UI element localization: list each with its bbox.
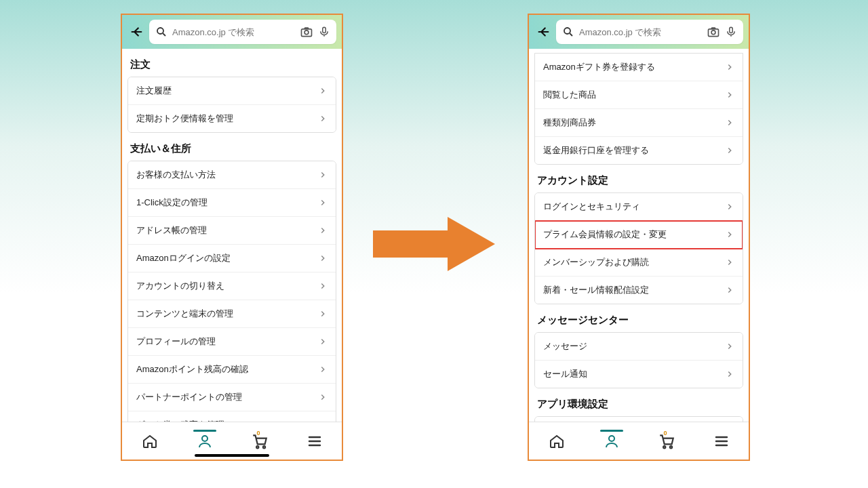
list-item-label: メッセージ: [543, 340, 587, 352]
phone-screen-left: 注文注文履歴定期おトク便情報を管理支払い＆住所お客様の支払い方法1-Click設…: [121, 14, 343, 461]
bottom-nav: 0: [122, 422, 342, 460]
svg-point-4: [202, 436, 208, 441]
list-item[interactable]: パートナーポイントの管理: [128, 384, 336, 411]
phone-screen-right: Amazonギフト券を登録する閲覧した商品種類別商品券返金用銀行口座を管理するア…: [528, 14, 750, 461]
list-group: 注文履歴定期おトク便情報を管理: [127, 77, 336, 133]
list-item[interactable]: セール通知: [535, 361, 743, 388]
bottom-nav: 0: [529, 422, 749, 460]
list-item[interactable]: 種類別商品券: [535, 109, 743, 137]
list-group: Amazonギフト券を登録する閲覧した商品種類別商品券返金用銀行口座を管理する: [534, 53, 743, 165]
list-item[interactable]: 新着・セール情報配信設定: [535, 277, 743, 304]
list-item-label: プライム会員情報の設定・変更: [543, 228, 667, 241]
list-item[interactable]: プライム会員情報の設定・変更: [535, 221, 743, 249]
list-item-label: セール通知: [543, 368, 587, 380]
section-title: アプリ環境設定: [534, 388, 743, 416]
nav-menu[interactable]: [711, 431, 732, 451]
list-item[interactable]: 1-Click設定の管理: [128, 189, 336, 217]
list-item[interactable]: メンバーシップおよび購読: [535, 249, 743, 277]
section-title: メッセージセンター: [534, 304, 743, 332]
section-title: 支払い＆住所: [127, 133, 336, 161]
list-item[interactable]: 音声データの管理: [535, 417, 743, 422]
list-item[interactable]: アドレス帳の管理: [128, 217, 336, 245]
svg-point-2: [304, 30, 309, 35]
camera-icon[interactable]: [707, 25, 720, 39]
nav-cart[interactable]: 0: [250, 431, 270, 451]
search-input[interactable]: [579, 27, 703, 37]
list-item[interactable]: Amazonログインの設定: [128, 245, 336, 272]
flow-arrow: [373, 217, 495, 271]
svg-point-13: [669, 446, 671, 448]
list-item-label: お客様の支払い方法: [136, 169, 216, 181]
chevron-right-icon: [318, 253, 328, 263]
list-item-label: パートナーポイントの管理: [136, 391, 242, 403]
list-group: メッセージセール通知: [534, 332, 743, 388]
chevron-right-icon: [318, 309, 328, 319]
list-item-label: プロフィールの管理: [136, 336, 216, 348]
chevron-right-icon: [725, 230, 734, 239]
chevron-right-icon: [318, 337, 328, 346]
cart-badge: 0: [257, 430, 260, 436]
section-title: アカウント設定: [534, 165, 743, 192]
chevron-right-icon: [725, 258, 734, 267]
chevron-right-icon: [725, 202, 734, 211]
content-scroll[interactable]: Amazonギフト券を登録する閲覧した商品種類別商品券返金用銀行口座を管理するア…: [529, 49, 749, 422]
list-item[interactable]: 定期おトク便情報を管理: [128, 105, 336, 132]
svg-rect-3: [323, 27, 326, 33]
list-item[interactable]: Amazonポイント残高の確認: [128, 356, 336, 384]
list-item[interactable]: ギフト券の残高を管理: [128, 411, 336, 422]
list-item-label: 注文履歴: [136, 85, 172, 97]
back-button[interactable]: [534, 23, 552, 41]
search-icon: [561, 25, 575, 39]
svg-point-12: [663, 446, 665, 448]
list-item[interactable]: 返金用銀行口座を管理する: [535, 137, 743, 164]
cart-badge: 0: [664, 430, 667, 436]
list-item-label: 定期おトク便情報を管理: [136, 113, 233, 125]
camera-icon[interactable]: [300, 25, 313, 39]
search-field[interactable]: [149, 20, 336, 44]
nav-account[interactable]: [195, 431, 215, 451]
svg-point-7: [564, 28, 570, 34]
nav-menu[interactable]: [304, 431, 325, 451]
content-scroll[interactable]: 注文注文履歴定期おトク便情報を管理支払い＆住所お客様の支払い方法1-Click設…: [122, 49, 342, 422]
svg-point-6: [262, 446, 264, 448]
chevron-right-icon: [318, 365, 328, 374]
chevron-right-icon: [318, 114, 328, 123]
nav-account[interactable]: [601, 431, 622, 451]
list-item[interactable]: コンテンツと端末の管理: [128, 300, 336, 328]
svg-marker-14: [373, 217, 495, 271]
list-item-label: ログインとセキュリティ: [543, 201, 640, 213]
nav-cart[interactable]: 0: [656, 431, 677, 451]
chevron-right-icon: [725, 90, 734, 100]
mic-icon[interactable]: [317, 25, 331, 39]
nav-home[interactable]: [547, 431, 567, 451]
chevron-right-icon: [318, 86, 328, 96]
list-group: 音声データの管理広告表示の設定: [534, 416, 743, 422]
list-item[interactable]: 注文履歴: [128, 77, 336, 105]
search-field[interactable]: [556, 20, 743, 44]
list-group: お客様の支払い方法1-Click設定の管理アドレス帳の管理Amazonログインの…: [127, 161, 336, 422]
list-item[interactable]: ログインとセキュリティ: [535, 193, 743, 221]
home-indicator: [195, 454, 269, 457]
chevron-right-icon: [725, 369, 734, 379]
nav-home[interactable]: [140, 431, 160, 451]
list-item[interactable]: アカウントの切り替え: [128, 272, 336, 300]
back-button[interactable]: [127, 23, 145, 41]
list-item-label: 新着・セール情報配信設定: [543, 284, 649, 296]
list-item-label: Amazonログインの設定: [136, 252, 231, 264]
list-item[interactable]: メッセージ: [535, 333, 743, 361]
chevron-right-icon: [725, 285, 734, 295]
svg-point-9: [711, 30, 715, 35]
svg-point-11: [609, 436, 614, 441]
section-title: 注文: [127, 49, 336, 77]
search-input[interactable]: [172, 27, 296, 37]
list-item[interactable]: Amazonギフト券を登録する: [535, 54, 743, 81]
list-item-label: Amazonポイント残高の確認: [136, 363, 248, 375]
list-item-label: アドレス帳の管理: [136, 224, 207, 237]
search-icon: [155, 25, 168, 39]
list-item-label: メンバーシップおよび購読: [543, 256, 649, 268]
list-item[interactable]: 閲覧した商品: [535, 81, 743, 109]
list-group: ログインとセキュリティプライム会員情報の設定・変更メンバーシップおよび購読新着・…: [534, 192, 743, 304]
list-item[interactable]: お客様の支払い方法: [128, 161, 336, 189]
mic-icon[interactable]: [724, 25, 738, 39]
list-item[interactable]: プロフィールの管理: [128, 328, 336, 356]
